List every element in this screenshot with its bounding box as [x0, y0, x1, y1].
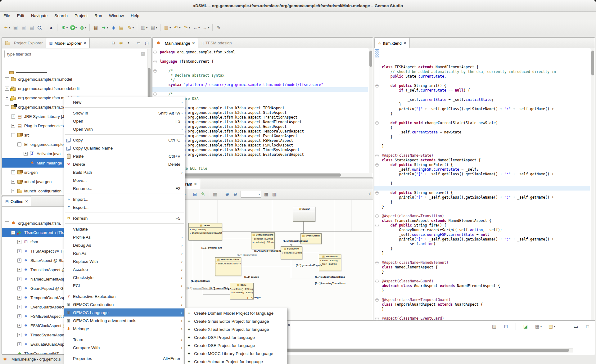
toolbar-button-annotate[interactable]: ✎ — [215, 24, 222, 32]
scrollbar-thumb[interactable] — [369, 51, 372, 67]
link-with-editor-icon[interactable]: ⇄ — [120, 41, 123, 45]
submenu-item-create-xtext-editor-project-for-language[interactable]: +Create XText Editor Project for languag… — [185, 325, 287, 333]
expand-icon[interactable]: + — [5, 87, 9, 91]
fold-marker[interactable]: − — [153, 69, 157, 73]
diagram-node-guard[interactable]: ▤Guard — [293, 207, 315, 222]
toolbar-button-pin-editor[interactable]: ✎ — [199, 190, 207, 198]
scrollbar-thumb[interactable] — [591, 51, 594, 75]
fold-marker[interactable]: − — [375, 214, 379, 218]
collapse-panel-icon[interactable]: ◁ — [368, 191, 371, 196]
expand-icon[interactable]: + — [17, 342, 21, 346]
menu-run[interactable]: Run — [91, 12, 106, 20]
view-menu-icon[interactable]: ▼ — [127, 41, 130, 44]
expand-icon[interactable]: + — [5, 96, 9, 100]
context-menu-item-copy[interactable]: CopyCtrl+C — [64, 136, 185, 144]
expand-icon[interactable]: + — [11, 170, 15, 174]
menu-window[interactable]: Window — [106, 12, 127, 20]
toolbar-button-grid-visibility[interactable]: ▦ — [211, 190, 219, 198]
expand-icon[interactable]: + — [17, 324, 21, 328]
tab-project-explorer[interactable]: Project Explorer — [2, 38, 46, 48]
fold-marker[interactable]: − — [153, 51, 157, 54]
toolbar-button-table[interactable]: ▥▾ — [139, 24, 148, 32]
diagram-node-tfsm[interactable]: ▤TFSM●init() : EString●changeCurrentStat… — [188, 223, 222, 240]
context-menu-item-checkstyle[interactable]: Checkstyle› — [64, 273, 185, 281]
toolbar-button-redo-nav[interactable]: ↷▾ — [182, 24, 191, 32]
fold-marker[interactable]: − — [375, 191, 379, 195]
menu-search[interactable]: Search — [51, 12, 71, 20]
context-menu-item-run-as[interactable]: Run As› — [64, 249, 185, 257]
context-menu-item-delete[interactable]: ×DeleteDelete — [64, 160, 185, 168]
fold-marker[interactable]: − — [153, 92, 157, 96]
minimize-icon[interactable]: ▭ — [137, 41, 140, 45]
tree-item-org-gemoc-sample-tfsm-model-edit[interactable]: +org.gemoc.sample.tfsm.model.edit — [2, 84, 145, 93]
toolbar-button-run-external[interactable]: ◍▾ — [78, 24, 87, 32]
menu-file[interactable]: File — [0, 12, 14, 20]
expand-icon[interactable]: + — [17, 240, 21, 244]
toolbar-button-clear[interactable]: ▨ — [490, 322, 498, 330]
menu-help[interactable]: Help — [127, 12, 143, 20]
context-menu-item-open[interactable]: OpenF3 — [64, 117, 185, 125]
close-icon[interactable]: ✕ — [194, 182, 197, 186]
toolbar-button-export-image[interactable]: ⊞ — [191, 190, 199, 198]
toolbar-button-back[interactable]: ←▾ — [192, 24, 201, 32]
tab-model-explorer[interactable]: ⊟ Model Explorer ✕ — [46, 38, 90, 48]
context-menu-item-rename[interactable]: Rename...F2 — [64, 184, 185, 192]
toolbar-button-zoom-out[interactable]: ⊖ — [232, 190, 239, 198]
collapse-icon[interactable]: − — [5, 221, 9, 225]
fold-marker[interactable]: − — [375, 154, 379, 157]
context-menu-item-validate[interactable]: Validate — [64, 225, 185, 233]
diagram-node-temporalguard[interactable]: ▤TemporalGuard▪afterDuration : EInt = 0 — [215, 257, 241, 276]
collapse-all-icon[interactable]: ⊟ — [112, 41, 115, 45]
tab-tfsm-xtend[interactable]: ⚠ tfsm.xtend ✕ — [374, 38, 410, 48]
toolbar-button-pin[interactable]: ◪ — [522, 322, 529, 330]
submenu-item-create-domain-model-project-for-language[interactable]: +Create Domain Model Project for languag… — [185, 309, 287, 317]
close-icon[interactable]: ✕ — [25, 200, 28, 204]
filter-input[interactable] — [4, 50, 148, 58]
context-menu-item-ecl[interactable]: ECL› — [64, 281, 185, 290]
expand-icon[interactable]: + — [24, 152, 28, 156]
editor-vscrollbar[interactable] — [591, 48, 595, 320]
expand-icon[interactable]: + — [17, 305, 21, 309]
context-menu-item-copy-qualified-name[interactable]: Copy Qualified Name — [64, 144, 185, 152]
fold-marker[interactable]: − — [375, 84, 379, 88]
context-menu-item-profile-as[interactable]: Profile As› — [64, 233, 185, 241]
context-menu-item-refresh[interactable]: ↻RefreshF5 — [64, 214, 185, 222]
context-menu-item-build-path[interactable]: Build Path› — [64, 168, 185, 176]
diagram-node-transition[interactable]: ▤Transition▪action : EString●fire() : ES… — [319, 254, 341, 271]
tab-main-melange[interactable]: ✱ Main.melange ✕ — [152, 38, 198, 48]
context-menu-item-properties[interactable]: PropertiesAlt+Enter — [64, 354, 185, 362]
toolbar-button-model-nav[interactable]: ◈ — [110, 24, 117, 32]
context-menu-item-paste[interactable]: PasteCtrl+V — [64, 152, 185, 160]
context-menu-item-new[interactable]: New› — [64, 98, 185, 106]
toolbar-button-new-wizard[interactable]: ✦▾ — [2, 24, 11, 32]
toolbar-button-maximize[interactable]: □ — [584, 322, 591, 330]
toolbar-button-plugin[interactable]: ▤ — [118, 24, 125, 32]
expand-icon[interactable]: + — [11, 189, 15, 193]
context-menu-item-gemoc-modeling-advanced-tools[interactable]: ▣GEMOC Modeling advanced tools› — [64, 317, 185, 325]
clear-filter-icon[interactable]: ✕ — [141, 52, 145, 56]
fold-marker[interactable]: − — [375, 163, 379, 167]
toolbar-button-grid[interactable]: ▦▾ — [534, 322, 543, 330]
toolbar-button-minimize[interactable]: ▭ — [572, 322, 580, 330]
editor-hscrollbar[interactable] — [152, 173, 372, 177]
toolbar-button-paintbrush[interactable]: ✎▾ — [126, 24, 135, 32]
maximize-icon[interactable]: ▢ — [145, 41, 149, 45]
close-icon[interactable]: ✕ — [84, 41, 86, 45]
expand-icon[interactable]: + — [17, 314, 21, 318]
toolbar-button-new-folder[interactable]: ▧▾ — [163, 24, 172, 32]
toolbar-button-toolbox[interactable]: ▦ — [92, 24, 99, 32]
fold-marker[interactable]: − — [375, 224, 379, 227]
tab-tfsm-odesign[interactable]: ▯ TFSM.odesign — [198, 38, 235, 48]
submenu-item-create-mocc-library-project-for-language[interactable]: +Create MOCC Library Project for languag… — [185, 349, 287, 357]
expand-icon[interactable]: + — [17, 286, 21, 290]
toolbar-button-undo-nav[interactable]: ↶▾ — [172, 24, 181, 32]
context-menu-item-open-with[interactable]: Open With› — [64, 125, 185, 133]
toolbar-button-forward[interactable]: →▾ — [201, 24, 210, 32]
toolbar-button-save-all[interactable]: ▣ — [20, 24, 27, 32]
toolbar-button-checkered[interactable]: ▦▾ — [149, 24, 158, 32]
expand-icon[interactable]: + — [11, 180, 15, 184]
toolbar-button-gemoc-engine[interactable]: ● — [47, 24, 55, 32]
toolbar-button-matrix-view[interactable]: ▥ — [271, 190, 278, 198]
fold-marker[interactable]: − — [153, 60, 157, 63]
tree-item-org-gemoc-sample-tfsm-model[interactable]: +org.gemoc.sample.tfsm.model — [2, 74, 145, 84]
